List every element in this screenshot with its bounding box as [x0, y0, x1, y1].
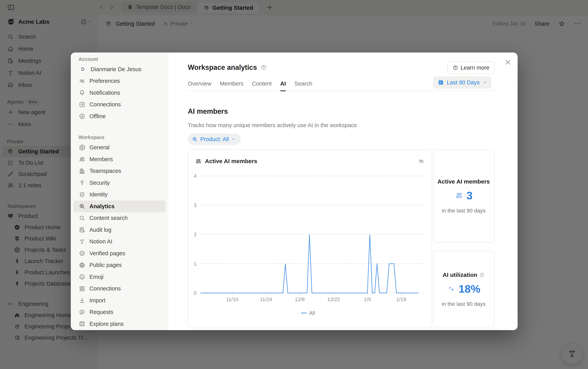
building-icon: [79, 168, 86, 174]
speech-up-icon: [79, 309, 86, 316]
chart-title: Active AI members: [205, 158, 414, 164]
modal-title: Workspace analytics: [188, 63, 257, 72]
badge-icon: [79, 250, 86, 257]
calendar-icon: [437, 79, 444, 86]
svg-text:1/5: 1/5: [364, 297, 371, 302]
close-icon[interactable]: [504, 58, 512, 66]
tabs-divider: [188, 91, 499, 91]
active-ai-members-chart-card: Active AI members 0123411/1011/2412/812/…: [188, 150, 432, 328]
stat-title: AI utilization: [443, 272, 485, 278]
line-chart: 0123411/1011/2412/812/221/51/19All: [188, 168, 432, 326]
gear-icon: [79, 144, 86, 151]
settings-item-members[interactable]: Members: [71, 154, 168, 165]
date-range-dropdown[interactable]: Last 90 Days: [433, 76, 491, 89]
help-circle-icon: [453, 65, 458, 71]
globe-icon: [79, 262, 86, 269]
sparkles-icon: [447, 285, 455, 293]
settings-item-identity[interactable]: Identity: [71, 189, 168, 201]
analytics-tab-overview[interactable]: Overview: [188, 79, 211, 91]
account-section-label: Account: [71, 55, 168, 63]
import-icon: [79, 297, 86, 304]
shield-icon: [79, 191, 86, 198]
active-ai-members-stat-card: Active AI members 3 in the last 90 days: [433, 150, 494, 242]
settings-modal: Account D Dianmarie De Jesus Preferences…: [71, 52, 518, 330]
sliders-icon: [79, 78, 86, 85]
svg-text:All: All: [309, 310, 315, 316]
arrow-up-right-icon: [79, 101, 86, 108]
settings-item-security[interactable]: Security: [71, 177, 168, 189]
scroll-icon: [79, 226, 86, 233]
map-icon: [79, 320, 86, 328]
settings-item-notifications[interactable]: Notifications: [71, 87, 168, 99]
smiley-icon: [79, 273, 86, 280]
settings-item-explore-plans[interactable]: Explore plans: [71, 318, 168, 330]
settings-item-requests[interactable]: Requests: [71, 306, 168, 318]
zoom-plus-icon: [192, 136, 198, 142]
ai-members-heading: AI members: [188, 107, 228, 115]
ai-members-description: Tracks how many unique members actively …: [188, 122, 357, 129]
stat-caption: in the last 90 days: [442, 301, 486, 307]
notion-face-icon: [79, 238, 86, 245]
analytics-tab-search[interactable]: Search: [294, 79, 312, 91]
settings-item-teamspaces[interactable]: Teamspaces: [71, 165, 168, 177]
settings-item-offline[interactable]: Offline: [71, 110, 168, 122]
ai-utilization-stat-card: AI utilization 18% in the last 90 days: [433, 251, 494, 328]
bell-icon: [79, 89, 86, 96]
chart-settings-sliders-icon[interactable]: [418, 158, 425, 165]
settings-item-analytics[interactable]: Analytics: [73, 200, 166, 212]
stat-caption: in the last 90 days: [442, 208, 486, 214]
svg-text:3: 3: [194, 202, 196, 208]
search-icon: [79, 215, 86, 222]
svg-text:4: 4: [194, 173, 196, 179]
workspace-section-label: Workspace: [71, 133, 168, 142]
settings-item-public-pages[interactable]: Public pages: [71, 259, 168, 271]
analytics-tab-ai[interactable]: AI: [280, 79, 286, 91]
settings-item-preferences[interactable]: Preferences: [71, 75, 168, 87]
zoom-plus-icon: [79, 203, 86, 210]
download-circle-icon: [79, 113, 86, 120]
stat-title: Active AI members: [437, 178, 490, 185]
settings-item-content-search[interactable]: Content search: [71, 212, 168, 224]
product-filter-dropdown[interactable]: Product: All: [188, 133, 241, 145]
settings-item-connections[interactable]: Connections: [71, 99, 168, 111]
people-icon: [79, 156, 86, 163]
settings-item-emoji[interactable]: Emoji: [71, 271, 168, 283]
stat-value: 3: [466, 189, 473, 202]
chevron-down-icon: [482, 80, 487, 85]
svg-text:12/8: 12/8: [295, 297, 305, 302]
settings-sidebar: Account D Dianmarie De Jesus Preferences…: [71, 52, 168, 330]
analytics-tab-content[interactable]: Content: [252, 79, 272, 91]
settings-item-verified-pages[interactable]: Verified pages: [71, 247, 168, 259]
settings-item-audit-log[interactable]: Audit log: [71, 224, 168, 236]
learn-more-button[interactable]: Learn more: [447, 61, 495, 74]
people-icon: [195, 158, 202, 165]
settings-item-general[interactable]: General: [71, 142, 168, 154]
stat-value: 18%: [458, 283, 480, 295]
svg-text:1/19: 1/19: [396, 297, 406, 302]
svg-text:12/22: 12/22: [327, 297, 340, 302]
svg-text:11/10: 11/10: [226, 297, 238, 302]
settings-item-import[interactable]: Import: [71, 295, 168, 306]
analytics-tab-members[interactable]: Members: [220, 79, 243, 91]
grid-icon: [79, 285, 86, 292]
settings-item-connections[interactable]: Connections: [71, 283, 168, 295]
chevron-down-icon: [231, 137, 236, 142]
help-circle-icon[interactable]: [479, 272, 485, 278]
help-circle-icon[interactable]: [260, 64, 267, 71]
avatar: D: [79, 65, 87, 73]
key-icon: [79, 179, 86, 186]
user-name: Dianmarie De Jesus: [91, 66, 141, 72]
svg-text:1: 1: [194, 261, 196, 267]
sidebar-item-account-user[interactable]: D Dianmarie De Jesus: [71, 63, 168, 75]
settings-item-notion-ai[interactable]: Notion AI: [71, 236, 168, 248]
svg-text:0: 0: [194, 290, 196, 296]
svg-text:2: 2: [194, 232, 196, 237]
people-icon: [455, 191, 463, 200]
svg-text:11/24: 11/24: [260, 297, 272, 302]
